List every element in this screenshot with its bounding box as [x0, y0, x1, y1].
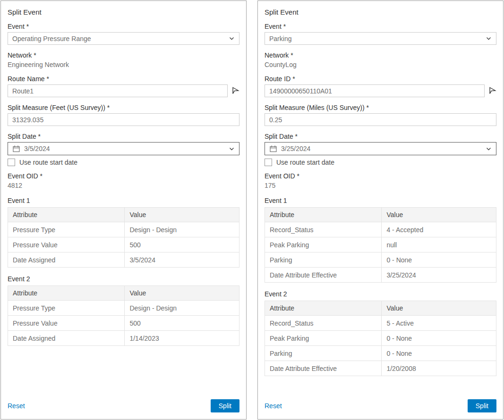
attribute-cell: Parking [265, 346, 382, 361]
table-row: Peak Parkingnull [265, 237, 496, 252]
table-row: Pressure TypeDesign - Design [8, 222, 239, 237]
table-header-row: Attribute Value [265, 301, 496, 316]
attribute-column-header: Attribute [8, 286, 125, 301]
attribute-cell: Pressure Value [8, 316, 125, 331]
table-row: Pressure Value500 [8, 237, 239, 252]
value-column-header: Value [382, 208, 496, 222]
reset-button[interactable]: Reset [265, 402, 282, 410]
network-label: Network * [265, 51, 496, 59]
network-label: Network * [8, 51, 239, 59]
use-route-start-date-checkbox[interactable] [8, 159, 15, 166]
reset-button[interactable]: Reset [8, 402, 25, 410]
attribute-cell: Pressure Value [8, 237, 125, 252]
route-input-row [265, 83, 496, 97]
split-button[interactable]: Split [211, 399, 239, 412]
event1-table: Attribute Value Record_Status4 - Accepte… [265, 207, 496, 283]
value-cell: 500 [125, 237, 239, 252]
event-select[interactable]: Operating Pressure Range [8, 32, 239, 45]
value-cell: 0 - None [382, 252, 496, 268]
value-column-header: Value [125, 208, 239, 222]
table-row: Date Attribute Effective1/20/2008 [265, 361, 496, 376]
value-cell: 0 - None [382, 331, 496, 346]
value-cell: Design - Design [125, 301, 239, 316]
table-row: Pressure TypeDesign - Design [8, 301, 239, 316]
attribute-cell: Parking [265, 252, 382, 268]
table-row: Parking0 - None [265, 252, 496, 268]
table-row: Record_Status4 - Accepted [265, 222, 496, 237]
use-route-start-date-label: Use route start date [19, 159, 77, 166]
value-column-header: Value [382, 301, 496, 316]
event2-table: Attribute Value Record_Status5 - ActiveP… [265, 301, 496, 376]
table-header-row: Attribute Value [8, 208, 239, 222]
attribute-cell: Peak Parking [265, 237, 382, 252]
select-route-pointer-icon[interactable] [231, 85, 239, 95]
use-route-start-date-label: Use route start date [276, 159, 334, 166]
attribute-cell: Record_Status [265, 316, 382, 331]
value-cell: 5 - Active [382, 316, 496, 331]
attribute-cell: Pressure Type [8, 301, 125, 316]
split-measure-label: Split Measure (Feet (US Survey)) * [8, 104, 239, 111]
event-select-value: Parking [269, 35, 291, 42]
event-oid-value: 175 [265, 182, 496, 189]
split-date-picker[interactable]: 3/5/2024 [8, 142, 239, 155]
value-cell: 500 [125, 316, 239, 331]
table-header-row: Attribute Value [8, 286, 239, 301]
split-event-panel-left: Split Event Event * Operating Pressure R… [0, 0, 247, 420]
use-route-start-date-row: Use route start date [265, 159, 496, 166]
route-input-row [8, 83, 239, 97]
attribute-cell: Peak Parking [265, 331, 382, 346]
event1-heading: Event 1 [265, 197, 496, 204]
use-route-start-date-checkbox[interactable] [265, 159, 272, 166]
route-input[interactable] [265, 84, 485, 97]
value-cell: 3/5/2024 [125, 252, 239, 268]
panel-title: Split Event [265, 8, 496, 16]
event-oid-label: Event OID * [8, 172, 239, 180]
value-column-header: Value [125, 286, 239, 301]
split-date-picker[interactable]: 3/25/2024 [265, 142, 496, 155]
value-cell: 3/25/2024 [382, 268, 496, 283]
attribute-cell: Date Attribute Effective [265, 268, 382, 283]
table-row: Peak Parking0 - None [265, 331, 496, 346]
table-row: Date Assigned3/5/2024 [8, 252, 239, 268]
use-route-start-date-row: Use route start date [8, 159, 239, 166]
chevron-down-icon [486, 146, 492, 152]
value-cell: 0 - None [382, 346, 496, 361]
split-measure-input[interactable] [8, 113, 239, 126]
split-date-value: 3/25/2024 [281, 145, 482, 152]
attribute-column-header: Attribute [265, 208, 382, 222]
split-button[interactable]: Split [468, 399, 496, 412]
event2-table: Attribute Value Pressure TypeDesign - De… [8, 286, 239, 346]
network-value: Engineering Network [8, 61, 239, 68]
network-value: CountyLog [265, 61, 496, 68]
event2-heading: Event 2 [265, 290, 496, 298]
event1-heading: Event 1 [8, 197, 239, 204]
chevron-down-icon [486, 35, 492, 42]
table-header-row: Attribute Value [265, 208, 496, 222]
attribute-cell: Date Assigned [8, 331, 125, 346]
panel-title: Split Event [8, 8, 239, 16]
panel-footer: Reset Split [8, 399, 239, 412]
attribute-column-header: Attribute [8, 208, 125, 222]
event-select[interactable]: Parking [265, 32, 496, 45]
split-event-widgets: Split Event Event * Operating Pressure R… [0, 0, 504, 420]
split-measure-input[interactable] [265, 113, 496, 126]
chevron-down-icon [229, 35, 235, 42]
calendar-icon [12, 145, 20, 153]
split-date-label: Split Date * [8, 133, 239, 140]
attribute-cell: Record_Status [265, 222, 382, 237]
route-input[interactable] [8, 84, 228, 97]
event-label: Event * [8, 23, 239, 30]
event-label: Event * [265, 23, 496, 30]
table-row: Record_Status5 - Active [265, 316, 496, 331]
value-cell: 1/14/2023 [125, 331, 239, 346]
split-date-value: 3/5/2024 [24, 145, 225, 152]
table-row: Pressure Value500 [8, 316, 239, 331]
select-route-pointer-icon[interactable] [488, 85, 496, 95]
table-row: Parking0 - None [265, 346, 496, 361]
event-oid-value: 4812 [8, 182, 239, 189]
panel-footer: Reset Split [265, 399, 496, 412]
value-cell: 1/20/2008 [382, 361, 496, 376]
event-select-value: Operating Pressure Range [12, 35, 91, 42]
route-label: Route Name * [8, 75, 239, 83]
event2-heading: Event 2 [8, 275, 239, 283]
